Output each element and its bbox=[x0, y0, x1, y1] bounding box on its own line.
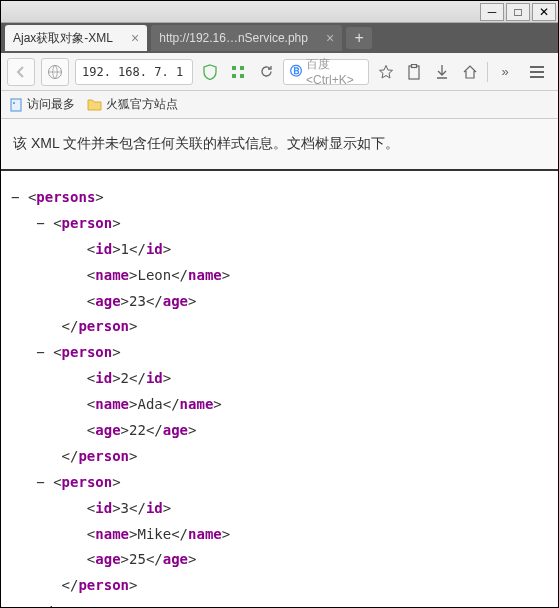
xml-field-age: <age>22</age> bbox=[11, 418, 548, 444]
xml-field-name: <name>Mike</name> bbox=[11, 522, 548, 548]
xml-person-close: </person> bbox=[11, 573, 548, 599]
overflow-button[interactable]: » bbox=[494, 61, 516, 83]
globe-icon bbox=[47, 64, 63, 80]
downloads-button[interactable] bbox=[431, 61, 453, 83]
xml-person-close: </person> bbox=[11, 314, 548, 340]
navigation-toolbar: 192. 168. 7. 1 Ⓑ 百度 <Ctrl+K> » bbox=[1, 53, 558, 91]
maximize-button[interactable]: □ bbox=[506, 3, 530, 21]
search-input[interactable]: Ⓑ 百度 <Ctrl+K> bbox=[283, 59, 369, 85]
tab-close-icon[interactable]: × bbox=[131, 30, 139, 46]
home-button[interactable] bbox=[459, 61, 481, 83]
tab-bar: Ajax获取对象-XML × http://192.16…nService.ph… bbox=[1, 23, 558, 53]
svg-rect-6 bbox=[412, 64, 417, 67]
svg-point-8 bbox=[13, 102, 15, 104]
window-close-button[interactable]: ✕ bbox=[532, 3, 556, 21]
tab-inactive[interactable]: http://192.16…nService.php × bbox=[151, 25, 342, 51]
page-icon bbox=[9, 98, 23, 112]
library-button[interactable] bbox=[403, 61, 425, 83]
folder-icon bbox=[87, 98, 102, 111]
bookmark-firefox-site[interactable]: 火狐官方站点 bbox=[87, 96, 178, 113]
star-icon bbox=[378, 64, 394, 80]
xml-root-open[interactable]: − <persons> bbox=[11, 185, 548, 211]
xml-field-name: <name>Ada</name> bbox=[11, 392, 548, 418]
xml-person-open[interactable]: − <person> bbox=[11, 211, 548, 237]
arrow-left-icon bbox=[14, 65, 28, 79]
bookmark-star-button[interactable] bbox=[375, 61, 397, 83]
xml-tree-view: − <persons> − <person> <id>1</id> <name>… bbox=[1, 171, 558, 608]
toolbar-divider bbox=[487, 62, 488, 82]
xml-info-message: 该 XML 文件并未包含任何关联的样式信息。文档树显示如下。 bbox=[1, 119, 558, 171]
xml-person-close: </person> bbox=[11, 444, 548, 470]
url-text: 192. 168. 7. 1 bbox=[82, 65, 183, 79]
apps-icon[interactable] bbox=[227, 61, 249, 83]
tab-active[interactable]: Ajax获取对象-XML × bbox=[5, 25, 147, 51]
svg-rect-1 bbox=[232, 66, 236, 70]
xml-field-id: <id>2</id> bbox=[11, 366, 548, 392]
shield-icon[interactable] bbox=[199, 61, 221, 83]
xml-field-name: <name>Leon</name> bbox=[11, 263, 548, 289]
xml-person-open[interactable]: − <person> bbox=[11, 340, 548, 366]
url-input[interactable]: 192. 168. 7. 1 bbox=[75, 59, 193, 85]
xml-field-id: <id>3</id> bbox=[11, 496, 548, 522]
tab-title: Ajax获取对象-XML bbox=[13, 30, 113, 47]
svg-rect-4 bbox=[240, 74, 244, 78]
new-tab-button[interactable]: + bbox=[346, 27, 372, 49]
bookmark-label: 火狐官方站点 bbox=[106, 96, 178, 113]
svg-rect-2 bbox=[240, 66, 244, 70]
tab-title: http://192.16…nService.php bbox=[159, 31, 308, 45]
window-titlebar: ─ □ ✕ bbox=[1, 1, 558, 23]
bookmark-most-visited[interactable]: 访问最多 bbox=[9, 96, 75, 113]
bookmarks-bar: 访问最多 火狐官方站点 bbox=[1, 91, 558, 119]
tab-close-icon[interactable]: × bbox=[326, 30, 334, 46]
minimize-button[interactable]: ─ bbox=[480, 3, 504, 21]
menu-icon bbox=[529, 65, 545, 79]
reload-button[interactable] bbox=[255, 61, 277, 83]
svg-rect-7 bbox=[11, 99, 21, 111]
xml-field-age: <age>23</age> bbox=[11, 289, 548, 315]
hamburger-menu-button[interactable] bbox=[522, 57, 552, 87]
xml-person-open[interactable]: − <person> bbox=[11, 470, 548, 496]
identity-button[interactable] bbox=[41, 58, 69, 86]
download-icon bbox=[435, 64, 449, 80]
xml-field-age: <age>25</age> bbox=[11, 547, 548, 573]
xml-field-id: <id>1</id> bbox=[11, 237, 548, 263]
xml-root-close: </persons> bbox=[11, 599, 548, 608]
back-button[interactable] bbox=[7, 58, 35, 86]
home-icon bbox=[462, 64, 478, 80]
search-placeholder: 百度 <Ctrl+K> bbox=[306, 56, 362, 87]
svg-rect-3 bbox=[232, 74, 236, 78]
search-engine-icon: Ⓑ bbox=[290, 63, 302, 80]
clipboard-icon bbox=[407, 64, 421, 80]
bookmark-label: 访问最多 bbox=[27, 96, 75, 113]
reload-icon bbox=[259, 64, 274, 79]
